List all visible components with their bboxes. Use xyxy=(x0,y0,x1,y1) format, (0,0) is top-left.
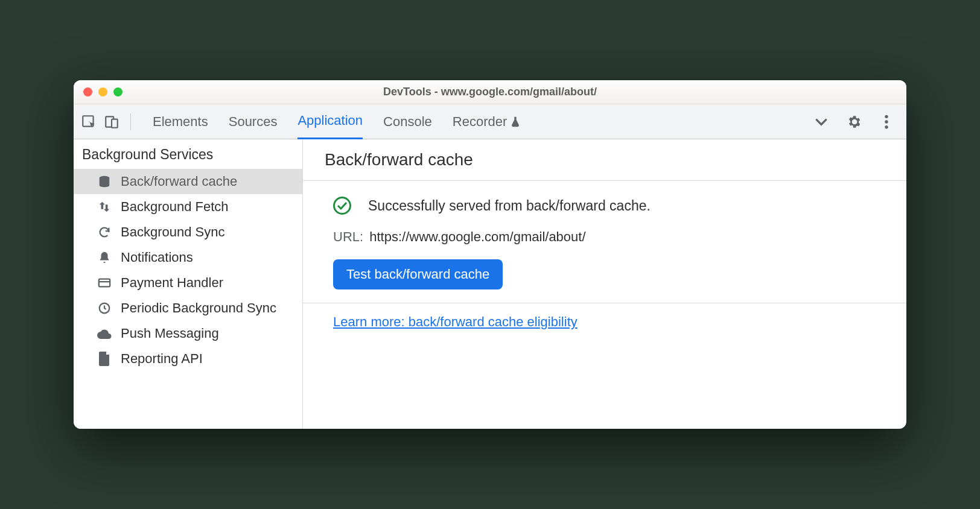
main-panel: Back/forward cache Successfully served f… xyxy=(303,139,906,429)
file-icon xyxy=(97,351,112,367)
learn-more-link[interactable]: Learn more: back/forward cache eligibili… xyxy=(333,314,578,329)
url-value: https://www.google.com/gmail/about/ xyxy=(369,229,585,244)
tab-sources[interactable]: Sources xyxy=(229,104,278,139)
sidebar-item-notifications[interactable]: Notifications xyxy=(74,245,302,270)
cloud-icon xyxy=(97,326,112,341)
learn-more-section: Learn more: back/forward cache eligibili… xyxy=(303,303,906,341)
test-bfcache-button[interactable]: Test back/forward cache xyxy=(333,259,503,289)
sidebar-item-label: Payment Handler xyxy=(121,275,223,291)
panel-tabs: Elements Sources Application Console Rec… xyxy=(153,104,807,139)
tab-label: Recorder xyxy=(453,114,507,130)
main-heading: Back/forward cache xyxy=(303,139,906,181)
devtools-window: DevTools - www.google.com/gmail/about/ E… xyxy=(74,80,906,429)
credit-card-icon xyxy=(97,275,112,291)
sidebar-heading: Background Services xyxy=(74,139,302,169)
status-message: Successfully served from back/forward ca… xyxy=(368,198,651,214)
sidebar-item-bfcache[interactable]: Back/forward cache xyxy=(74,169,302,194)
tab-recorder[interactable]: Recorder xyxy=(453,104,521,139)
sidebar-item-label: Push Messaging xyxy=(121,326,219,341)
device-toggle-icon[interactable] xyxy=(103,113,121,131)
inspect-element-icon[interactable] xyxy=(80,113,98,131)
svg-rect-7 xyxy=(99,279,110,287)
sidebar-item-label: Background Sync xyxy=(121,224,224,240)
sidebar-item-periodic-sync[interactable]: Periodic Background Sync xyxy=(74,296,302,321)
sidebar-item-label: Reporting API xyxy=(121,351,203,367)
svg-point-4 xyxy=(885,120,888,123)
url-row: URL: https://www.google.com/gmail/about/ xyxy=(333,229,885,245)
updown-arrows-icon xyxy=(97,199,112,215)
settings-gear-icon[interactable] xyxy=(845,113,863,131)
sync-icon xyxy=(97,224,112,240)
flask-icon xyxy=(509,115,521,128)
tab-elements[interactable]: Elements xyxy=(153,104,208,139)
more-tabs-icon[interactable] xyxy=(812,113,830,131)
tab-label: Elements xyxy=(153,114,208,130)
sidebar-item-label: Back/forward cache xyxy=(121,174,237,189)
clock-icon xyxy=(97,300,112,316)
url-label: URL: xyxy=(333,229,363,244)
status-row: Successfully served from back/forward ca… xyxy=(333,197,885,215)
tab-label: Application xyxy=(298,113,363,128)
sidebar: Background Services Back/forward cache B… xyxy=(74,139,303,429)
tab-application[interactable]: Application xyxy=(298,104,363,139)
tab-label: Sources xyxy=(229,114,278,130)
kebab-menu-icon[interactable] xyxy=(877,113,896,131)
titlebar: DevTools - www.google.com/gmail/about/ xyxy=(74,80,906,104)
sidebar-item-background-fetch[interactable]: Background Fetch xyxy=(74,194,302,220)
sidebar-item-background-sync[interactable]: Background Sync xyxy=(74,220,302,245)
sidebar-item-reporting-api[interactable]: Reporting API xyxy=(74,346,302,371)
database-icon xyxy=(97,174,112,189)
tab-label: Console xyxy=(383,114,432,130)
svg-rect-2 xyxy=(112,119,118,127)
success-check-icon xyxy=(333,197,351,215)
toolbar-divider xyxy=(130,113,131,130)
sidebar-item-label: Notifications xyxy=(121,250,193,265)
content-area: Background Services Back/forward cache B… xyxy=(74,139,906,429)
toolbar-right xyxy=(812,113,896,131)
tab-console[interactable]: Console xyxy=(383,104,432,139)
bell-icon xyxy=(97,250,112,265)
toolbar: Elements Sources Application Console Rec… xyxy=(74,104,906,139)
sidebar-item-push-messaging[interactable]: Push Messaging xyxy=(74,321,302,346)
svg-point-3 xyxy=(885,115,888,118)
svg-point-5 xyxy=(885,125,888,128)
sidebar-item-label: Background Fetch xyxy=(121,199,229,215)
sidebar-item-payment-handler[interactable]: Payment Handler xyxy=(74,270,302,296)
sidebar-item-label: Periodic Background Sync xyxy=(121,300,276,316)
window-title: DevTools - www.google.com/gmail/about/ xyxy=(74,86,906,98)
main-body: Successfully served from back/forward ca… xyxy=(303,181,906,303)
